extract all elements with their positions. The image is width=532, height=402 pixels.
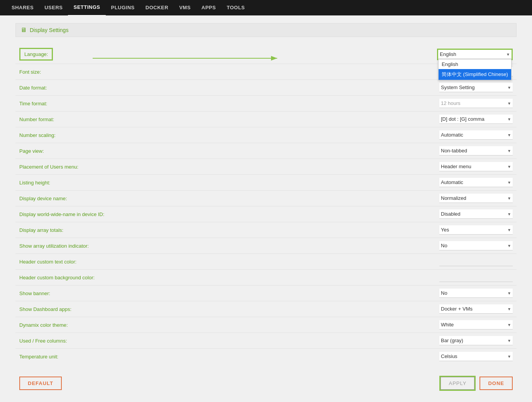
- header-bg-color-control: [432, 273, 517, 282]
- language-option-english[interactable]: English: [439, 59, 511, 69]
- display-wwn-label: Display world-wide-name in device ID:: [15, 211, 139, 217]
- display-device-name-select-wrapper[interactable]: Normalized: [439, 194, 513, 203]
- dynamix-color-theme-select-wrapper[interactable]: White: [439, 320, 513, 329]
- display-array-totals-row: Display array totals: Yes: [15, 222, 517, 238]
- date-format-select[interactable]: System Setting: [439, 83, 513, 92]
- header-text-color-input[interactable]: [439, 257, 513, 266]
- time-format-select[interactable]: 12 hours 24 hours: [439, 99, 513, 108]
- listing-height-select[interactable]: Automatic: [439, 178, 513, 187]
- display-device-name-row: Display device name: Normalized: [15, 191, 517, 206]
- dynamix-color-theme-control: White: [432, 320, 517, 329]
- date-format-row: Date format: System Setting: [15, 80, 517, 96]
- nav-tools[interactable]: TOOLS: [221, 0, 250, 15]
- show-banner-label: Show banner:: [15, 291, 139, 296]
- show-dashboard-apps-row: Show Dashboard apps: Docker + VMs: [15, 301, 517, 317]
- dynamix-color-theme-select[interactable]: White: [439, 320, 513, 329]
- show-dashboard-apps-select-wrapper[interactable]: Docker + VMs: [439, 304, 513, 314]
- nav-users[interactable]: USERS: [39, 0, 68, 15]
- time-format-label: Time format:: [15, 101, 139, 106]
- nav-shares[interactable]: SHARES: [6, 0, 39, 15]
- page-view-label: Page view:: [15, 148, 139, 154]
- page-view-control: Non-tabbed: [432, 146, 517, 155]
- show-banner-row: Show banner: No: [15, 285, 517, 301]
- apply-button[interactable]: APPLY: [441, 377, 474, 390]
- time-format-select-wrapper[interactable]: 12 hours 24 hours: [439, 99, 513, 108]
- language-label: Language:: [15, 48, 139, 61]
- number-scaling-select-wrapper[interactable]: Automatic: [439, 130, 513, 140]
- temperature-unit-select-wrapper[interactable]: Celsius Fahrenheit: [439, 352, 513, 361]
- display-device-name-control: Normalized: [432, 194, 517, 203]
- date-format-select-wrapper[interactable]: System Setting: [439, 83, 513, 92]
- page-view-select-wrapper[interactable]: Non-tabbed: [439, 146, 513, 155]
- monitor-icon: 🖥: [20, 27, 27, 34]
- language-option-chinese[interactable]: 简体中文 (Simplified Chinese): [439, 69, 511, 80]
- number-format-label: Number format:: [15, 117, 139, 122]
- dynamix-color-theme-row: Dynamix color theme: White: [15, 317, 517, 333]
- language-select-wrapper[interactable]: English 简体中文 (Simplified Chinese): [438, 50, 512, 59]
- placement-users-select-wrapper[interactable]: Header menu: [439, 162, 513, 171]
- used-free-columns-select-wrapper[interactable]: Bar (gray): [439, 336, 513, 345]
- show-array-utilization-select[interactable]: No: [439, 241, 513, 250]
- temperature-unit-row: Temperature unit: Celsius Fahrenheit: [15, 349, 517, 364]
- placement-users-label: Placement of Users menu:: [15, 164, 139, 170]
- show-banner-select-wrapper[interactable]: No: [439, 289, 513, 298]
- default-button[interactable]: DEFAULT: [19, 377, 62, 390]
- nav-plugins[interactable]: PLUGINS: [106, 0, 140, 15]
- section-header: 🖥 Display Settings: [15, 23, 517, 37]
- display-wwn-select-wrapper[interactable]: Disabled: [439, 209, 513, 219]
- header-text-color-control: [432, 257, 517, 266]
- page-view-select[interactable]: Non-tabbed: [439, 146, 513, 155]
- top-navigation: SHARES USERS SETTINGS PLUGINS DOCKER VMS…: [0, 0, 532, 15]
- display-array-totals-select[interactable]: Yes: [439, 225, 513, 235]
- display-array-totals-select-wrapper[interactable]: Yes: [439, 225, 513, 235]
- temperature-unit-select[interactable]: Celsius Fahrenheit: [439, 352, 513, 361]
- display-device-name-select[interactable]: Normalized: [439, 194, 513, 203]
- header-bg-color-input[interactable]: [439, 273, 513, 282]
- number-format-select[interactable]: [D] dot : [G] comma: [439, 115, 513, 124]
- nav-docker[interactable]: DOCKER: [140, 0, 174, 15]
- nav-apps[interactable]: APPS: [196, 0, 221, 15]
- show-dashboard-apps-select[interactable]: Docker + VMs: [439, 304, 513, 314]
- show-array-utilization-select-wrapper[interactable]: No: [439, 241, 513, 250]
- language-dropdown-open: English 简体中文 (Simplified Chinese) Englis…: [438, 50, 512, 59]
- used-free-columns-select[interactable]: Bar (gray): [439, 336, 513, 345]
- nav-settings[interactable]: SETTINGS: [68, 0, 105, 16]
- show-banner-select[interactable]: No: [439, 289, 513, 298]
- language-control: English 简体中文 (Simplified Chinese) Englis…: [432, 49, 517, 60]
- date-format-label: Date format:: [15, 85, 139, 91]
- number-scaling-select[interactable]: Automatic: [439, 130, 513, 140]
- number-scaling-control: Automatic: [432, 130, 517, 140]
- show-array-utilization-row: Show array utilization indicator: No: [15, 238, 517, 254]
- nav-vms[interactable]: VMS: [174, 0, 196, 15]
- number-format-control: [D] dot : [G] comma: [432, 115, 517, 124]
- language-select[interactable]: English 简体中文 (Simplified Chinese): [438, 50, 512, 59]
- header-bg-color-row: Header custom background color:: [15, 270, 517, 285]
- show-array-utilization-label: Show array utilization indicator:: [15, 243, 139, 249]
- listing-height-row: Listing height: Automatic: [15, 175, 517, 191]
- used-free-columns-label: Used / Free columns:: [15, 338, 139, 344]
- header-text-color-row: Header custom text color:: [15, 254, 517, 270]
- placement-users-select[interactable]: Header menu: [439, 162, 513, 171]
- display-array-totals-label: Display array totals:: [15, 227, 139, 233]
- listing-height-select-wrapper[interactable]: Automatic: [439, 178, 513, 187]
- temperature-unit-label: Temperature unit:: [15, 354, 139, 360]
- display-array-totals-control: Yes: [432, 225, 517, 235]
- language-dropdown-list: English 简体中文 (Simplified Chinese): [438, 59, 512, 80]
- done-button[interactable]: DONE: [479, 377, 513, 390]
- number-scaling-row: Number scaling: Automatic: [15, 127, 517, 143]
- button-row: DEFAULT APPLY DONE: [15, 372, 517, 395]
- used-free-columns-control: Bar (gray): [432, 336, 517, 345]
- listing-height-label: Listing height:: [15, 180, 139, 186]
- language-select-box: English 简体中文 (Simplified Chinese) Englis…: [437, 49, 513, 60]
- display-wwn-select[interactable]: Disabled: [439, 209, 513, 219]
- number-format-select-wrapper[interactable]: [D] dot : [G] comma: [439, 115, 513, 124]
- placement-users-control: Header menu: [432, 162, 517, 171]
- used-free-columns-row: Used / Free columns: Bar (gray): [15, 333, 517, 349]
- display-device-name-label: Display device name:: [15, 196, 139, 201]
- language-row: Language: English 简体中文 (Simplified Chine…: [15, 45, 517, 64]
- display-wwn-row: Display world-wide-name in device ID: Di…: [15, 206, 517, 222]
- header-text-color-label: Header custom text color:: [15, 259, 139, 265]
- number-scaling-label: Number scaling:: [15, 132, 139, 138]
- show-array-utilization-control: No: [432, 241, 517, 250]
- header-bg-color-label: Header custom background color:: [15, 275, 139, 280]
